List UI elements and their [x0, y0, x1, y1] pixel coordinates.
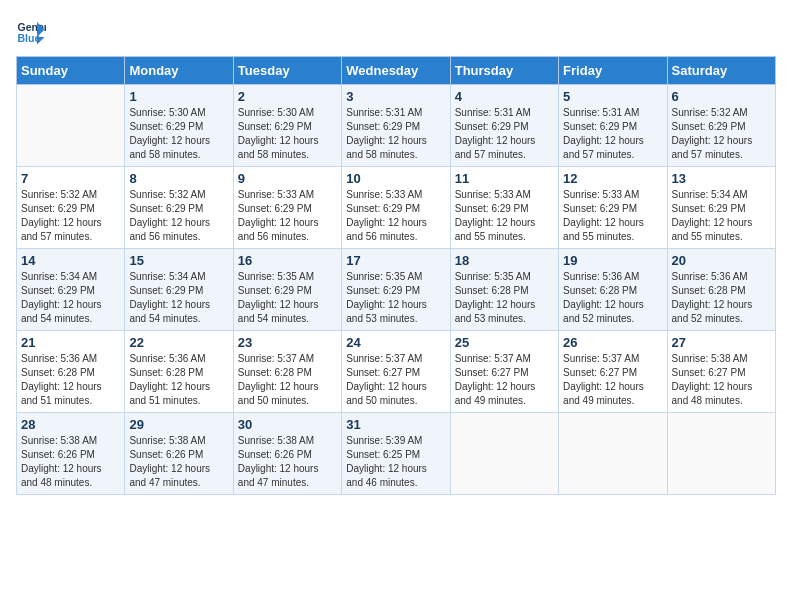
- day-info: Sunrise: 5:34 AMSunset: 6:29 PMDaylight:…: [672, 188, 771, 244]
- day-info: Sunrise: 5:35 AMSunset: 6:29 PMDaylight:…: [238, 270, 337, 326]
- day-number: 23: [238, 335, 337, 350]
- day-info: Sunrise: 5:32 AMSunset: 6:29 PMDaylight:…: [672, 106, 771, 162]
- day-info: Sunrise: 5:37 AMSunset: 6:27 PMDaylight:…: [455, 352, 554, 408]
- calendar-cell: 13Sunrise: 5:34 AMSunset: 6:29 PMDayligh…: [667, 167, 775, 249]
- day-number: 16: [238, 253, 337, 268]
- day-info: Sunrise: 5:35 AMSunset: 6:28 PMDaylight:…: [455, 270, 554, 326]
- day-number: 3: [346, 89, 445, 104]
- calendar-cell: 11Sunrise: 5:33 AMSunset: 6:29 PMDayligh…: [450, 167, 558, 249]
- calendar-cell: 15Sunrise: 5:34 AMSunset: 6:29 PMDayligh…: [125, 249, 233, 331]
- day-info: Sunrise: 5:39 AMSunset: 6:25 PMDaylight:…: [346, 434, 445, 490]
- calendar-cell: 23Sunrise: 5:37 AMSunset: 6:28 PMDayligh…: [233, 331, 341, 413]
- calendar-cell: 14Sunrise: 5:34 AMSunset: 6:29 PMDayligh…: [17, 249, 125, 331]
- day-info: Sunrise: 5:37 AMSunset: 6:27 PMDaylight:…: [563, 352, 662, 408]
- day-info: Sunrise: 5:34 AMSunset: 6:29 PMDaylight:…: [129, 270, 228, 326]
- day-number: 11: [455, 171, 554, 186]
- day-number: 7: [21, 171, 120, 186]
- day-number: 26: [563, 335, 662, 350]
- calendar-cell: 22Sunrise: 5:36 AMSunset: 6:28 PMDayligh…: [125, 331, 233, 413]
- day-number: 9: [238, 171, 337, 186]
- day-header-monday: Monday: [125, 57, 233, 85]
- day-info: Sunrise: 5:32 AMSunset: 6:29 PMDaylight:…: [129, 188, 228, 244]
- day-info: Sunrise: 5:31 AMSunset: 6:29 PMDaylight:…: [563, 106, 662, 162]
- logo: General Blue: [16, 16, 50, 46]
- day-number: 1: [129, 89, 228, 104]
- day-info: Sunrise: 5:33 AMSunset: 6:29 PMDaylight:…: [238, 188, 337, 244]
- day-number: 28: [21, 417, 120, 432]
- day-info: Sunrise: 5:35 AMSunset: 6:29 PMDaylight:…: [346, 270, 445, 326]
- day-info: Sunrise: 5:37 AMSunset: 6:28 PMDaylight:…: [238, 352, 337, 408]
- calendar-cell: 25Sunrise: 5:37 AMSunset: 6:27 PMDayligh…: [450, 331, 558, 413]
- calendar-cell: 31Sunrise: 5:39 AMSunset: 6:25 PMDayligh…: [342, 413, 450, 495]
- calendar-cell: 16Sunrise: 5:35 AMSunset: 6:29 PMDayligh…: [233, 249, 341, 331]
- calendar-cell: 28Sunrise: 5:38 AMSunset: 6:26 PMDayligh…: [17, 413, 125, 495]
- day-info: Sunrise: 5:37 AMSunset: 6:27 PMDaylight:…: [346, 352, 445, 408]
- calendar-cell: 8Sunrise: 5:32 AMSunset: 6:29 PMDaylight…: [125, 167, 233, 249]
- day-number: 22: [129, 335, 228, 350]
- calendar-cell: [17, 85, 125, 167]
- day-info: Sunrise: 5:38 AMSunset: 6:27 PMDaylight:…: [672, 352, 771, 408]
- day-number: 13: [672, 171, 771, 186]
- day-number: 29: [129, 417, 228, 432]
- svg-text:Blue: Blue: [18, 32, 41, 44]
- calendar-cell: 6Sunrise: 5:32 AMSunset: 6:29 PMDaylight…: [667, 85, 775, 167]
- day-header-tuesday: Tuesday: [233, 57, 341, 85]
- day-info: Sunrise: 5:33 AMSunset: 6:29 PMDaylight:…: [346, 188, 445, 244]
- day-number: 5: [563, 89, 662, 104]
- calendar-cell: 19Sunrise: 5:36 AMSunset: 6:28 PMDayligh…: [559, 249, 667, 331]
- day-info: Sunrise: 5:38 AMSunset: 6:26 PMDaylight:…: [238, 434, 337, 490]
- day-info: Sunrise: 5:32 AMSunset: 6:29 PMDaylight:…: [21, 188, 120, 244]
- calendar-cell: 20Sunrise: 5:36 AMSunset: 6:28 PMDayligh…: [667, 249, 775, 331]
- day-number: 15: [129, 253, 228, 268]
- day-number: 20: [672, 253, 771, 268]
- calendar-cell: 5Sunrise: 5:31 AMSunset: 6:29 PMDaylight…: [559, 85, 667, 167]
- day-info: Sunrise: 5:36 AMSunset: 6:28 PMDaylight:…: [129, 352, 228, 408]
- day-header-saturday: Saturday: [667, 57, 775, 85]
- day-number: 8: [129, 171, 228, 186]
- day-info: Sunrise: 5:33 AMSunset: 6:29 PMDaylight:…: [455, 188, 554, 244]
- day-info: Sunrise: 5:38 AMSunset: 6:26 PMDaylight:…: [21, 434, 120, 490]
- calendar-cell: [667, 413, 775, 495]
- calendar-cell: 10Sunrise: 5:33 AMSunset: 6:29 PMDayligh…: [342, 167, 450, 249]
- calendar-cell: 7Sunrise: 5:32 AMSunset: 6:29 PMDaylight…: [17, 167, 125, 249]
- day-number: 12: [563, 171, 662, 186]
- day-info: Sunrise: 5:30 AMSunset: 6:29 PMDaylight:…: [129, 106, 228, 162]
- day-header-sunday: Sunday: [17, 57, 125, 85]
- calendar-cell: 4Sunrise: 5:31 AMSunset: 6:29 PMDaylight…: [450, 85, 558, 167]
- day-header-wednesday: Wednesday: [342, 57, 450, 85]
- calendar-week-row: 28Sunrise: 5:38 AMSunset: 6:26 PMDayligh…: [17, 413, 776, 495]
- day-info: Sunrise: 5:30 AMSunset: 6:29 PMDaylight:…: [238, 106, 337, 162]
- calendar-week-row: 21Sunrise: 5:36 AMSunset: 6:28 PMDayligh…: [17, 331, 776, 413]
- day-info: Sunrise: 5:38 AMSunset: 6:26 PMDaylight:…: [129, 434, 228, 490]
- calendar-table: SundayMondayTuesdayWednesdayThursdayFrid…: [16, 56, 776, 495]
- calendar-header-row: SundayMondayTuesdayWednesdayThursdayFrid…: [17, 57, 776, 85]
- calendar-cell: 21Sunrise: 5:36 AMSunset: 6:28 PMDayligh…: [17, 331, 125, 413]
- day-info: Sunrise: 5:34 AMSunset: 6:29 PMDaylight:…: [21, 270, 120, 326]
- day-info: Sunrise: 5:36 AMSunset: 6:28 PMDaylight:…: [672, 270, 771, 326]
- day-number: 27: [672, 335, 771, 350]
- calendar-cell: 3Sunrise: 5:31 AMSunset: 6:29 PMDaylight…: [342, 85, 450, 167]
- logo-icon: General Blue: [16, 16, 46, 46]
- day-number: 2: [238, 89, 337, 104]
- day-number: 10: [346, 171, 445, 186]
- day-info: Sunrise: 5:31 AMSunset: 6:29 PMDaylight:…: [455, 106, 554, 162]
- calendar-week-row: 1Sunrise: 5:30 AMSunset: 6:29 PMDaylight…: [17, 85, 776, 167]
- page-header: General Blue: [16, 16, 776, 46]
- calendar-cell: 18Sunrise: 5:35 AMSunset: 6:28 PMDayligh…: [450, 249, 558, 331]
- day-number: 25: [455, 335, 554, 350]
- calendar-cell: 26Sunrise: 5:37 AMSunset: 6:27 PMDayligh…: [559, 331, 667, 413]
- calendar-cell: 24Sunrise: 5:37 AMSunset: 6:27 PMDayligh…: [342, 331, 450, 413]
- day-number: 31: [346, 417, 445, 432]
- day-number: 19: [563, 253, 662, 268]
- calendar-week-row: 7Sunrise: 5:32 AMSunset: 6:29 PMDaylight…: [17, 167, 776, 249]
- calendar-cell: 27Sunrise: 5:38 AMSunset: 6:27 PMDayligh…: [667, 331, 775, 413]
- calendar-body: 1Sunrise: 5:30 AMSunset: 6:29 PMDaylight…: [17, 85, 776, 495]
- day-header-friday: Friday: [559, 57, 667, 85]
- day-number: 24: [346, 335, 445, 350]
- day-number: 30: [238, 417, 337, 432]
- day-number: 21: [21, 335, 120, 350]
- calendar-cell: 17Sunrise: 5:35 AMSunset: 6:29 PMDayligh…: [342, 249, 450, 331]
- calendar-cell: 2Sunrise: 5:30 AMSunset: 6:29 PMDaylight…: [233, 85, 341, 167]
- day-info: Sunrise: 5:33 AMSunset: 6:29 PMDaylight:…: [563, 188, 662, 244]
- calendar-week-row: 14Sunrise: 5:34 AMSunset: 6:29 PMDayligh…: [17, 249, 776, 331]
